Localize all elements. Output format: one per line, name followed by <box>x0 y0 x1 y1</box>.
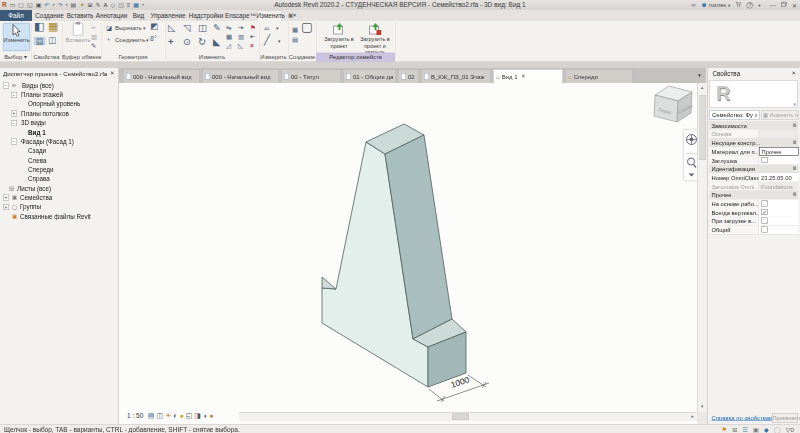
tree-item[interactable]: Слева <box>28 157 47 164</box>
tree-expander[interactable]: − <box>11 139 17 145</box>
ribbon-tab-вставить[interactable]: Вставить <box>66 10 94 21</box>
panel-label-family-editor[interactable]: Редактор семейств <box>316 53 395 63</box>
tree-item[interactable]: 3D виды <box>21 119 46 126</box>
cart-icon[interactable] <box>735 2 742 9</box>
shadows-icon[interactable]: ◐ <box>173 411 177 419</box>
pin-icon[interactable]: ⚑ <box>250 24 256 31</box>
ribbon-tab-изменить[interactable]: Изменить <box>256 10 282 21</box>
crop-view-icon[interactable]: ◱ <box>186 411 193 419</box>
panel-label-measure[interactable]: Измерить <box>259 53 288 63</box>
type-selector[interactable]: Семейство: Фу∨ <box>710 110 760 120</box>
aligned-dim-icon[interactable]: ═ <box>264 25 269 32</box>
scale-icon[interactable]: ▥ <box>238 33 244 40</box>
ribbon-tab-enscape™[interactable]: Enscape™ <box>225 10 255 21</box>
copy-tool-icon[interactable]: ⊙ <box>183 38 191 45</box>
panel-label-create[interactable]: Создание <box>288 53 316 63</box>
apply-button[interactable]: Применить <box>772 413 798 423</box>
view-tab-list-button[interactable]: ▼ <box>697 72 702 78</box>
panel-label-properties[interactable]: Свойства <box>31 53 62 63</box>
user-button[interactable]: ☻ ruxnes ▾ <box>701 2 731 9</box>
cut-icon[interactable]: ✂ <box>91 24 96 31</box>
view-tab[interactable]: ⌂Спереди <box>565 69 633 83</box>
cut-geometry-button[interactable]: Вырезать <box>115 24 142 31</box>
tree-item[interactable]: Сзади <box>28 147 46 154</box>
properties-close-icon[interactable]: ✕ <box>791 70 796 77</box>
load-into-project-button[interactable]: Загрузить впроект <box>322 22 356 52</box>
section-collapse-icon[interactable]: ≣ <box>792 139 796 145</box>
match-type-icon[interactable]: ✎ <box>91 42 96 49</box>
tree-item[interactable]: Справа <box>28 176 50 183</box>
scale-control[interactable]: 1 : 50 <box>127 411 143 419</box>
close-button[interactable]: ✕ <box>792 1 797 9</box>
section-collapse-icon[interactable]: ≣ <box>792 122 796 128</box>
select-pinned-icon[interactable]: ◆ <box>764 425 769 433</box>
tree-item[interactable]: Фасады (Фасад 1) <box>21 138 74 145</box>
links-icon[interactable]: ▣ <box>753 425 759 433</box>
view-tab[interactable]: В_КЖ_ПЗ_01 Этаж <box>421 69 491 83</box>
tree-item[interactable]: Вид 1 <box>28 129 46 136</box>
family-types-icon[interactable]: ▦ <box>48 23 58 30</box>
move-icon[interactable]: + <box>168 38 174 45</box>
checkbox[interactable] <box>762 157 768 163</box>
modify-tool-button[interactable]: Изменить <box>3 23 30 51</box>
trim-icon[interactable]: ◣ <box>213 38 220 45</box>
checkbox[interactable] <box>762 226 768 232</box>
view-tab[interactable]: 01 - Общие данные <box>343 69 396 83</box>
drag-icon[interactable]: ◯ <box>774 425 781 433</box>
view-tab[interactable]: 000 - Начальный вид <box>202 69 279 83</box>
property-value[interactable] <box>759 130 799 139</box>
detail-level-icon[interactable]: ▤ <box>148 411 155 419</box>
edit-type-button[interactable]: ▣ Изменить тип <box>762 110 799 120</box>
panel-label-clipboard[interactable]: Буфер обмена <box>62 53 101 63</box>
help-icon[interactable]: ? <box>747 2 754 9</box>
property-value[interactable]: 23.25.05.00 <box>759 173 799 182</box>
preview-dropdown-icon[interactable]: ▾ <box>793 101 796 107</box>
tree-item[interactable]: Спереди <box>28 166 54 173</box>
group-small-icon[interactable]: ▦ <box>292 26 298 33</box>
tree-expander[interactable]: + <box>11 111 17 117</box>
checkbox[interactable]: ✓ <box>762 209 768 215</box>
ribbon-tab-надстройки[interactable]: Надстройки <box>188 10 224 21</box>
design-options-icon[interactable]: ⊞ <box>732 425 737 433</box>
tab-close-icon[interactable]: ✕ <box>521 73 526 80</box>
ribbon-tab-вид[interactable]: Вид <box>129 10 148 21</box>
rotate-icon[interactable]: ↻ <box>198 38 206 45</box>
help-dropdown-icon[interactable]: ▾ <box>758 3 760 8</box>
editable-only-icon[interactable]: ☰ <box>742 425 748 433</box>
demolish-icon[interactable]: 8° <box>150 35 157 42</box>
tree-item[interactable]: Виды (все) <box>22 82 54 89</box>
horizontal-scrollbar[interactable]: ◄ ► <box>228 412 697 421</box>
modify-state-dropdown[interactable]: ▣▾ <box>288 12 296 19</box>
mirror-draw-icon[interactable]: ✎ <box>213 24 221 31</box>
array-icon[interactable]: ▦ <box>226 33 232 40</box>
tree-item[interactable]: Планы потолков <box>21 110 69 117</box>
vertical-scrollbar[interactable]: ▲ ▼ <box>697 83 707 412</box>
load-into-project-close-button[interactable]: Загрузить впроект и закрыть <box>358 22 392 52</box>
tree-item[interactable]: Листы (все) <box>17 185 51 192</box>
tree-expander[interactable]: + <box>3 195 9 201</box>
property-value[interactable]: Прочее <box>759 147 799 156</box>
worksets-icon[interactable]: ⚑ <box>722 425 728 433</box>
tree-item[interactable]: Планы этажей <box>21 91 63 98</box>
view-tab[interactable]: ⌂Вид 1✕ <box>493 69 563 83</box>
ribbon-tab-управление[interactable]: Управление <box>149 10 187 21</box>
minimize-button[interactable]: — <box>770 2 776 9</box>
view-tab[interactable]: 000 - Начальный вид <box>123 69 200 83</box>
checkbox[interactable] <box>762 200 768 206</box>
tree-item[interactable]: Опорный уровень <box>28 101 80 108</box>
property-value[interactable]: Foundations <box>759 182 799 191</box>
properties-toggle-icon[interactable]: ▤ <box>34 37 45 45</box>
panel-label-geometry[interactable]: Геометрия <box>101 53 165 63</box>
copy-icon[interactable]: ▥ <box>91 33 97 40</box>
crop-visible-icon[interactable]: ◨ <box>194 411 201 419</box>
sun-path-icon[interactable]: ☀ <box>165 411 171 419</box>
section-collapse-icon[interactable]: ≣ <box>792 166 796 172</box>
tree-expander[interactable]: − <box>11 120 17 126</box>
tree-item[interactable]: Группы <box>20 204 41 211</box>
tree-item[interactable]: Связанные файлы Revit <box>20 213 91 220</box>
view-tab[interactable]: 00 - Титул <box>281 69 341 83</box>
properties-help-link[interactable]: Справка по свойствам <box>712 415 774 422</box>
section-collapse-icon[interactable]: ≣ <box>792 192 796 198</box>
drawing-area[interactable]: 1000 Перед Справа <box>119 83 697 424</box>
restore-button[interactable] <box>781 2 787 9</box>
